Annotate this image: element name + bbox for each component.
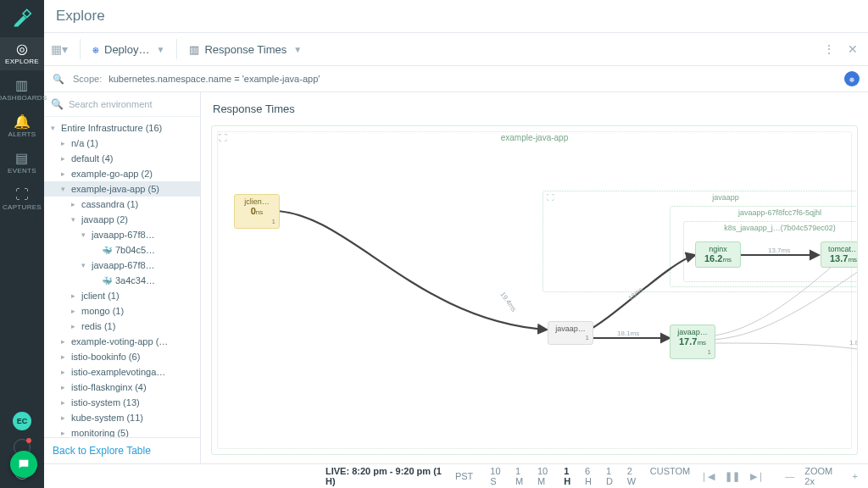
- time-opt[interactable]: 1 H: [564, 466, 576, 486]
- metric-selector[interactable]: ▥ Response Times ▼: [189, 43, 302, 56]
- node-javaapp-grey[interactable]: javaap…1: [548, 321, 593, 345]
- search-icon[interactable]: 🔍: [53, 74, 64, 85]
- grouping-selector[interactable]: ⎈ Deploy… ▼: [92, 43, 164, 56]
- tree-row[interactable]: ▸mongo (1): [44, 303, 200, 319]
- tree-row[interactable]: 🐳3a4c34…: [44, 273, 200, 288]
- page-title: Explore: [44, 0, 868, 33]
- chevron-down-icon: ▼: [156, 45, 164, 54]
- svg-rect-0: [23, 9, 31, 17]
- zoom-label: ZOOM 2x: [804, 466, 842, 486]
- tree-row[interactable]: ▸monitoring (5): [44, 425, 200, 437]
- time-bar: LIVE: 8:20 pm - 9:20 pm (1 H) PST 10 S1 …: [44, 463, 868, 488]
- more-menu-button[interactable]: ⋮: [821, 41, 837, 58]
- time-opt[interactable]: 6 H: [585, 466, 598, 486]
- tree-row[interactable]: ▸example-voting-app (…: [44, 334, 200, 349]
- user-avatar[interactable]: EC: [13, 412, 31, 430]
- scope-label: Scope:: [73, 74, 102, 84]
- tree-row[interactable]: ▸jclient (1): [44, 288, 200, 303]
- svg-text:19.4ms: 19.4ms: [498, 291, 517, 313]
- tree-row[interactable]: ▾javaapp-67f8…: [44, 258, 200, 273]
- node-nginx[interactable]: nginx16.2ms: [695, 241, 741, 268]
- node-jclient[interactable]: jclien…0ns1: [234, 194, 280, 229]
- kubernetes-badge-icon[interactable]: ⎈: [844, 71, 860, 86]
- tree-row[interactable]: ▸n/a (1): [44, 136, 200, 151]
- svg-text:18.1ms: 18.1ms: [617, 330, 639, 337]
- time-opt[interactable]: 10 S: [490, 466, 507, 486]
- panel-title: Response Times: [201, 92, 868, 120]
- tree-row[interactable]: ▾example-java-app (5): [44, 181, 200, 197]
- chart-icon: ▥: [189, 43, 199, 56]
- toolbar: ▦▾ ⎈ Deploy… ▼ ▥ Response Times ▼ ⋮ ✕: [44, 33, 868, 66]
- topology-graph[interactable]: ⛶ example-java-app ⛶ javaapp javaapp-67f…: [211, 125, 858, 455]
- intercom-button[interactable]: [10, 451, 37, 478]
- pause-button[interactable]: ❚❚: [725, 471, 740, 482]
- time-opt[interactable]: 2 W: [627, 466, 642, 486]
- tree-row[interactable]: ▸example-go-app (2): [44, 166, 200, 181]
- tree-search[interactable]: 🔍 Search environment: [44, 92, 200, 117]
- node-tomcat[interactable]: tomcat…13.7ms: [821, 241, 858, 268]
- node-javaapp-2[interactable]: javaap…17.7ms1: [670, 324, 715, 359]
- tree-row[interactable]: ▸redis (1): [44, 319, 200, 334]
- svg-text:18ms: 18ms: [627, 286, 645, 302]
- tree-row[interactable]: ▸default (4): [44, 151, 200, 166]
- zoom-out-button[interactable]: —: [785, 471, 794, 481]
- nav-explore[interactable]: ◎EXPLORE: [0, 37, 44, 70]
- tree-row[interactable]: ▾javaapp (2): [44, 212, 200, 227]
- search-icon: 🔍: [51, 98, 64, 110]
- prev-button[interactable]: ❘◀: [700, 471, 715, 482]
- zoom-in-button[interactable]: +: [853, 471, 858, 481]
- kubernetes-icon: ⎈: [92, 43, 99, 56]
- scope-value[interactable]: kubernetes.namespace.name = 'example-jav…: [108, 74, 320, 84]
- time-opt[interactable]: 10 M: [537, 466, 555, 486]
- tree-row[interactable]: ▸cassandra (1): [44, 197, 200, 212]
- tree-row[interactable]: ▸kube-system (11): [44, 410, 200, 425]
- time-opt[interactable]: CUSTOM: [650, 466, 690, 486]
- tree-row[interactable]: 🐳7b04c5…: [44, 242, 200, 258]
- close-button[interactable]: ✕: [844, 41, 861, 58]
- back-link[interactable]: Back to Explore Table: [44, 437, 200, 463]
- time-opt[interactable]: 1 M: [515, 466, 529, 486]
- next-button[interactable]: ▶❘: [750, 471, 765, 482]
- tree-row[interactable]: ▾javaapp-67f8…: [44, 227, 200, 242]
- scope-bar: 🔍 Scope: kubernetes.namespace.name = 'ex…: [44, 66, 868, 92]
- svg-text:1.81ms: 1.81ms: [849, 339, 857, 347]
- svg-text:13.7ms: 13.7ms: [768, 247, 790, 254]
- left-rail: ◎EXPLORE▥DASHBOARDS🔔ALERTS▤EVENTS⛶CAPTUR…: [0, 0, 44, 488]
- product-logo[interactable]: [10, 5, 34, 29]
- scope-tree: 🔍 Search environment ▾Entire Infrastruct…: [44, 92, 201, 463]
- groupby-icon[interactable]: ▦▾: [51, 41, 68, 58]
- nav-captures[interactable]: ⛶CAPTURES: [0, 183, 44, 216]
- nav-alerts[interactable]: 🔔ALERTS: [0, 110, 44, 143]
- nav-dashboards[interactable]: ▥DASHBOARDS: [0, 74, 44, 107]
- tree-row[interactable]: ▸istio-examplevotinga…: [44, 364, 200, 380]
- chevron-down-icon: ▼: [293, 45, 302, 54]
- tree-row[interactable]: ▸istio-bookinfo (6): [44, 349, 200, 364]
- tree-row[interactable]: ▸istio-flasknginx (4): [44, 380, 200, 395]
- tree-row[interactable]: ▾Entire Infrastructure (16): [44, 120, 200, 136]
- time-opt[interactable]: 1 D: [606, 466, 619, 486]
- tree-row[interactable]: ▸istio-system (13): [44, 395, 200, 410]
- nav-events[interactable]: ▤EVENTS: [0, 147, 44, 180]
